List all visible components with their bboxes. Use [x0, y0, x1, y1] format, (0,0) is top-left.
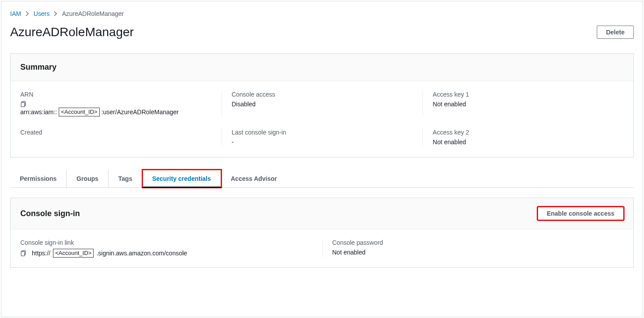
summary-console-access: Console access Disabled	[222, 91, 423, 116]
access-key1-value: Not enabled	[433, 101, 624, 108]
header-row: AzureADRoleManager Delete	[10, 25, 634, 39]
arn-suffix: :user/AzureADRoleManager	[102, 108, 179, 116]
last-signin-label: Last console sign-in	[232, 129, 423, 136]
arn-placeholder: <Account_ID>	[59, 108, 99, 116]
last-signin-value: -	[232, 138, 423, 146]
breadcrumb: IAM Users AzureADRoleManager	[10, 10, 634, 17]
summary-last-signin: Last console sign-in -	[222, 129, 423, 146]
breadcrumb-users[interactable]: Users	[34, 10, 50, 17]
chevron-right-icon	[26, 11, 29, 16]
access-key2-label: Access key 2	[433, 129, 624, 136]
signin-link-suffix: .signin.aws.amazon.com/console	[96, 250, 187, 257]
tab-tags[interactable]: Tags	[109, 170, 143, 187]
chevron-right-icon	[54, 11, 57, 16]
svg-rect-3	[21, 252, 25, 256]
svg-rect-1	[21, 103, 25, 107]
console-signin-panel: Console sign-in Enable console access Co…	[10, 198, 634, 268]
signin-link-prefix: https://	[32, 250, 50, 257]
signin-link-value: https:// <Account_ID> .signin.aws.amazon…	[20, 249, 322, 258]
summary-arn: ARN arn:aws:iam:: <Account_ID> :user/Azu…	[20, 91, 222, 116]
arn-prefix: arn:aws:iam::	[20, 108, 57, 116]
tabs: Permissions Groups Tags Security credent…	[10, 170, 634, 188]
tab-access-advisor[interactable]: Access Advisor	[221, 170, 287, 187]
access-key1-label: Access key 1	[433, 91, 624, 98]
access-key2-value: Not enabled	[433, 138, 624, 146]
signin-password-label: Console password	[332, 239, 624, 246]
summary-created: Created	[20, 129, 222, 146]
tab-permissions[interactable]: Permissions	[10, 170, 67, 187]
created-label: Created	[20, 129, 222, 136]
delete-button[interactable]: Delete	[597, 26, 634, 39]
breadcrumb-current: AzureADRoleManager	[62, 10, 124, 17]
arn-value: arn:aws:iam:: <Account_ID> :user/AzureAD…	[20, 108, 222, 116]
signin-password-value: Not enabled	[332, 249, 624, 256]
copy-icon[interactable]	[20, 101, 27, 108]
arn-label: ARN	[20, 91, 222, 98]
console-access-value: Disabled	[232, 101, 423, 108]
breadcrumb-iam[interactable]: IAM	[10, 10, 21, 17]
summary-title: Summary	[20, 63, 56, 72]
summary-access-key-2: Access key 2 Not enabled	[422, 129, 624, 146]
copy-icon[interactable]	[20, 250, 27, 257]
page-title: AzureADRoleManager	[10, 25, 134, 39]
tab-security-credentials[interactable]: Security credentials	[143, 170, 221, 187]
signin-link-label: Console sign-in link	[20, 239, 322, 246]
console-signin-body: Console sign-in link https:// <Account_I…	[11, 229, 633, 267]
signin-password-block: Console password Not enabled	[322, 239, 624, 258]
summary-panel: Summary ARN arn:aws:iam:: <Account_ID> :…	[10, 53, 634, 157]
signin-link-block: Console sign-in link https:// <Account_I…	[20, 239, 322, 258]
console-signin-header: Console sign-in Enable console access	[11, 198, 633, 229]
tab-groups[interactable]: Groups	[67, 170, 109, 187]
console-signin-title: Console sign-in	[20, 209, 80, 218]
summary-header: Summary	[11, 54, 633, 81]
signin-link-placeholder: <Account_ID>	[53, 249, 94, 258]
page-container: IAM Users AzureADRoleManager AzureADRole…	[1, 1, 643, 317]
console-access-label: Console access	[232, 91, 423, 98]
enable-console-access-button[interactable]: Enable console access	[538, 207, 624, 220]
summary-grid: ARN arn:aws:iam:: <Account_ID> :user/Azu…	[11, 81, 633, 157]
summary-access-key-1: Access key 1 Not enabled	[422, 91, 624, 116]
